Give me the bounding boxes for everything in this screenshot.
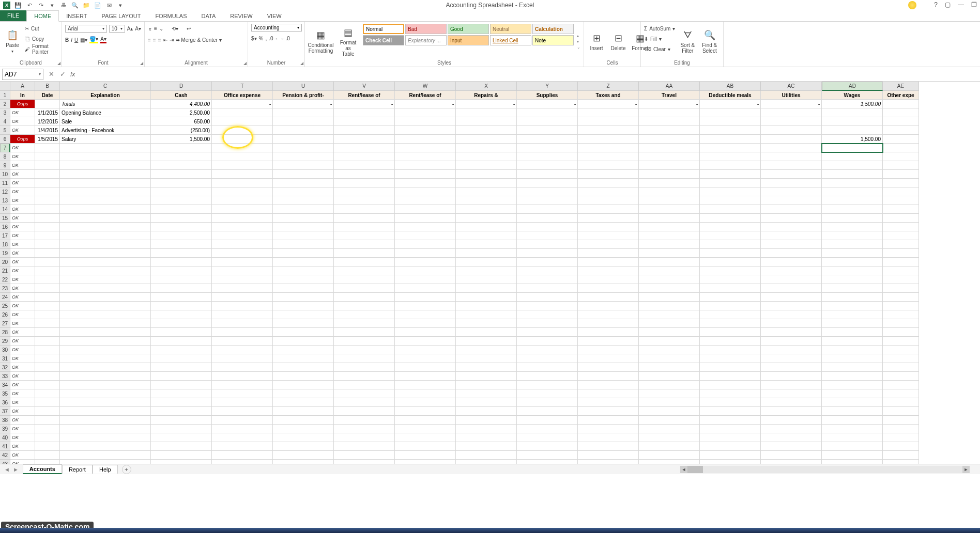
fx-icon[interactable]: fx xyxy=(68,71,77,78)
data-cell-r4-Z[interactable] xyxy=(578,117,639,126)
cell-r19-AB[interactable] xyxy=(700,249,761,258)
cell-r29-V[interactable] xyxy=(334,337,395,346)
spreadsheet-grid[interactable]: ABCDTUVWXYZAAABACADAE 123456789101112131… xyxy=(0,82,980,474)
cell-r38-B[interactable] xyxy=(35,416,60,425)
cancel-icon[interactable]: ✕ xyxy=(45,70,57,78)
cell-r9-D[interactable] xyxy=(151,161,212,170)
cell-r10-X[interactable] xyxy=(456,170,517,179)
cell-r30-AD[interactable] xyxy=(822,346,883,354)
cell-r12-V[interactable] xyxy=(334,187,395,196)
tab-data[interactable]: DATA xyxy=(194,11,223,21)
cell-r42-T[interactable] xyxy=(212,451,273,460)
cell-r40-U[interactable] xyxy=(273,433,334,442)
cell-r10-AA[interactable] xyxy=(639,170,700,179)
data-cell-r4-AC[interactable] xyxy=(761,117,822,126)
cell-r22-AA[interactable] xyxy=(639,275,700,284)
column-header-Z[interactable]: Z xyxy=(578,82,639,91)
cell-r33-W[interactable] xyxy=(395,372,456,381)
cell-r29-X[interactable] xyxy=(456,337,517,346)
row-header-24[interactable]: 24 xyxy=(0,293,10,302)
cell-r27-AB[interactable] xyxy=(700,319,761,328)
cell-r27-D[interactable] xyxy=(151,319,212,328)
cell-r12-U[interactable] xyxy=(273,187,334,196)
cell-r16-Y[interactable] xyxy=(517,223,578,231)
cell-r34-T[interactable] xyxy=(212,381,273,389)
cell-r15-AE[interactable] xyxy=(883,214,919,223)
tab-home[interactable]: HOME xyxy=(26,10,59,22)
cell-r19-X[interactable] xyxy=(456,249,517,258)
cell-r42-X[interactable] xyxy=(456,451,517,460)
cell-r33-AB[interactable] xyxy=(700,372,761,381)
cell-r21-AE[interactable] xyxy=(883,266,919,275)
cell-r23-AA[interactable] xyxy=(639,284,700,293)
cell-r42-AA[interactable] xyxy=(639,451,700,460)
currency-icon[interactable]: $▾ xyxy=(251,36,257,41)
cell-r32-AE[interactable] xyxy=(883,363,919,372)
cell-r19-AD[interactable] xyxy=(822,249,883,258)
cell-r16-D[interactable] xyxy=(151,223,212,231)
cell-r19-Z[interactable] xyxy=(578,249,639,258)
cell-r12-D[interactable] xyxy=(151,187,212,196)
cell-r15-B[interactable] xyxy=(35,214,60,223)
cell-r23-X[interactable] xyxy=(456,284,517,293)
cell-r22-A[interactable]: OK xyxy=(10,275,35,284)
cell-r30-W[interactable] xyxy=(395,346,456,354)
cell-r23-AD[interactable] xyxy=(822,284,883,293)
data-cell-r3-AA[interactable] xyxy=(639,108,700,117)
cell-r37-V[interactable] xyxy=(334,407,395,416)
data-cell-r5-W[interactable] xyxy=(395,126,456,135)
column-header-U[interactable]: U xyxy=(273,82,334,91)
cell-r41-AE[interactable] xyxy=(883,442,919,451)
cell-r35-A[interactable]: OK xyxy=(10,389,35,398)
cell-r32-C[interactable] xyxy=(60,363,151,372)
cell-r27-U[interactable] xyxy=(273,319,334,328)
cell-r9-T[interactable] xyxy=(212,161,273,170)
header-cell-W[interactable]: Rent/lease of xyxy=(395,91,456,100)
cell-r36-T[interactable] xyxy=(212,398,273,407)
cell-r33-AC[interactable] xyxy=(761,372,822,381)
cell-r8-C[interactable] xyxy=(60,152,151,161)
cell-r32-U[interactable] xyxy=(273,363,334,372)
cell-r13-X[interactable] xyxy=(456,196,517,205)
cell-r26-A[interactable]: OK xyxy=(10,310,35,319)
data-cell-r4-V[interactable] xyxy=(334,117,395,126)
cell-r27-AE[interactable] xyxy=(883,319,919,328)
copy-button[interactable]: ⿻Copy xyxy=(25,34,58,43)
qat-icon[interactable]: 📁 xyxy=(83,2,90,9)
row-header-22[interactable]: 22 xyxy=(0,275,10,284)
header-cell-X[interactable]: Repairs & xyxy=(456,91,517,100)
cell-r36-D[interactable] xyxy=(151,398,212,407)
row-header-42[interactable]: 42 xyxy=(0,451,10,460)
cell-r9-Z[interactable] xyxy=(578,161,639,170)
cell-r15-Z[interactable] xyxy=(578,214,639,223)
cell-r15-X[interactable] xyxy=(456,214,517,223)
cell-r8-D[interactable] xyxy=(151,152,212,161)
cell-r9-AE[interactable] xyxy=(883,161,919,170)
cell-r13-AB[interactable] xyxy=(700,196,761,205)
cell-r23-Y[interactable] xyxy=(517,284,578,293)
cell-r19-Y[interactable] xyxy=(517,249,578,258)
cell-r26-C[interactable] xyxy=(60,310,151,319)
cell-r42-D[interactable] xyxy=(151,451,212,460)
data-cell-r3-V[interactable] xyxy=(334,108,395,117)
cell-r34-AD[interactable] xyxy=(822,381,883,389)
cell-r24-X[interactable] xyxy=(456,293,517,302)
cell-r7-Y[interactable] xyxy=(517,144,578,152)
cell-r24-T[interactable] xyxy=(212,293,273,302)
cell-r16-AB[interactable] xyxy=(700,223,761,231)
cell-r12-B[interactable] xyxy=(35,187,60,196)
data-cell-r6-B[interactable]: 1/5/2015 xyxy=(35,135,60,144)
cell-r39-Z[interactable] xyxy=(578,425,639,433)
cell-r10-AE[interactable] xyxy=(883,170,919,179)
cell-r14-Y[interactable] xyxy=(517,205,578,214)
cell-r41-W[interactable] xyxy=(395,442,456,451)
cell-r33-B[interactable] xyxy=(35,372,60,381)
number-format-select[interactable]: Accounting▾ xyxy=(251,24,302,32)
cell-r39-AA[interactable] xyxy=(639,425,700,433)
cell-r40-AB[interactable] xyxy=(700,433,761,442)
cell-r28-AD[interactable] xyxy=(822,328,883,337)
row-header-14[interactable]: 14 xyxy=(0,205,10,214)
cell-r32-T[interactable] xyxy=(212,363,273,372)
cell-r16-AE[interactable] xyxy=(883,223,919,231)
cell-r32-AB[interactable] xyxy=(700,363,761,372)
